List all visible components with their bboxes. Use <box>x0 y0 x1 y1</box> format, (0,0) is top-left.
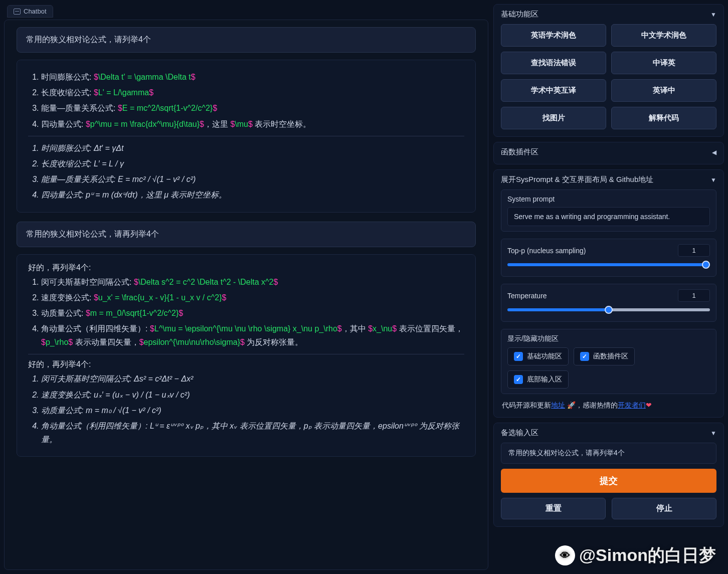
latex-code: u_x' = \frac{u_x - v}{1 - u_x v / c^2} <box>98 293 222 302</box>
fn-zh-to-en[interactable]: 中译英 <box>611 52 716 74</box>
temperature-slider[interactable] <box>507 308 710 311</box>
bot-intro: 好的，再列举4个: <box>28 359 464 370</box>
credit-text: ，感谢热情的 <box>576 401 618 409</box>
toggle-label: 函数插件区 <box>593 352 628 361</box>
bot-message: 好的，再列举4个: 闵可夫斯基时空间隔公式: $\Delta s^2 = c^2… <box>17 254 476 457</box>
formula-mid: ，其中 <box>342 324 368 333</box>
chevron-left-icon: ◀ <box>712 149 716 156</box>
reset-button[interactable]: 重置 <box>501 498 606 519</box>
latex-code: p_\rho <box>46 338 68 346</box>
toggle-bottom-input-area[interactable]: ✓底部输入区 <box>507 370 569 389</box>
rendered-formula: 能量—质量关系公式: E = mc² / √(1 − v² / c²) <box>41 172 464 186</box>
panel-title: 展开SysPrompt & 交互界面布局 & Github地址 <box>501 175 653 184</box>
bot-intro: 好的，再列举4个: <box>28 263 464 273</box>
latex-code: E = mc^2/\sqrt{1-v^2/c^2} <box>122 104 213 112</box>
fn-find-image[interactable]: 找图片 <box>501 107 606 129</box>
fn-grammar-check[interactable]: 查找语法错误 <box>501 52 606 74</box>
latex-code: \Delta t' = \gamma \Delta t <box>98 73 191 81</box>
latex-delim: $ <box>94 88 98 97</box>
credit-text: 代码开源和更新 <box>502 401 551 409</box>
fn-explain-code[interactable]: 解释代码 <box>611 107 716 129</box>
latex-delim: $ <box>213 104 217 112</box>
formula-label: 四动量公式: <box>41 120 86 128</box>
alt-input-field[interactable] <box>501 443 716 464</box>
formula-label: 角动量公式（利用四维矢量）: <box>41 324 150 333</box>
fn-academic-translate[interactable]: 学术中英互译 <box>501 79 606 102</box>
latex-delim: $ <box>274 278 278 286</box>
latex-delim: $ <box>86 120 90 128</box>
chat-icon <box>14 9 21 15</box>
latex-code: L^\mu = \epsilon^{\mu \nu \rho \sigma} x… <box>154 324 337 333</box>
latex-code: \mu <box>235 120 248 128</box>
temperature-label: Temperature <box>507 292 547 300</box>
toggle-basic-area[interactable]: ✓基础功能区 <box>507 347 569 365</box>
user-message: 常用的狭义相对论公式，请列举4个 <box>17 27 476 53</box>
check-icon: ✓ <box>580 352 589 361</box>
divider <box>28 136 464 136</box>
latex-delim: $ <box>178 309 183 317</box>
latex-delim: $ <box>240 338 245 346</box>
bot-message: 时间膨胀公式: $\Delta t' = \gamma \Delta t$ 长度… <box>17 60 476 213</box>
topp-label: Top-p (nucleus sampling) <box>507 247 586 255</box>
latex-code: epsilon^{\mu\nu\rho\sigma} <box>144 338 241 346</box>
latex-delim: $ <box>94 293 98 302</box>
rendered-formula: 速度变换公式: uₓ′ = (uₓ − v) / (1 − uₓv / c²) <box>41 388 464 402</box>
check-icon: ✓ <box>514 375 523 384</box>
visibility-toggles-block: 显示/隐藏功能区 ✓基础功能区 ✓函数插件区 ✓底部输入区 <box>501 329 716 394</box>
chat-area[interactable]: 常用的狭义相对论公式，请列举4个 时间膨胀公式: $\Delta t' = \g… <box>4 20 488 570</box>
toggles-title: 显示/隐藏功能区 <box>507 334 710 343</box>
heart-icon: ❤ <box>646 401 652 409</box>
user-message: 常用的狭义相对论公式，请再列举4个 <box>17 222 476 247</box>
formula-label: 动质量公式: <box>41 309 86 317</box>
panel-sysprompt-layout: 展开SysPrompt & 交互界面布局 & Github地址 ▼ System… <box>493 169 724 418</box>
latex-delim: $ <box>337 324 342 333</box>
rendered-formula: 长度收缩公式: L′ = L / γ <box>41 157 464 170</box>
panel-header-basic[interactable]: 基础功能区 ▼ <box>501 10 716 19</box>
divider <box>28 354 464 354</box>
latex-delim: $ <box>118 104 122 112</box>
system-prompt-label: System prompt <box>507 195 710 203</box>
formula-suffix: ，这里 <box>204 120 230 128</box>
chevron-down-icon: ▼ <box>710 11 716 18</box>
formula-label: 长度收缩公式: <box>41 88 94 97</box>
latex-delim: $ <box>149 88 153 97</box>
temperature-block: Temperature <box>501 284 716 322</box>
stop-button[interactable]: 停止 <box>612 498 716 519</box>
panel-alt-input: 备选输入区 ▼ 提交 重置 停止 <box>493 423 724 527</box>
panel-header-alt-input[interactable]: 备选输入区 ▼ <box>501 428 716 438</box>
tab-label: Chatbot <box>24 8 47 15</box>
fn-english-polish[interactable]: 英语学术润色 <box>501 24 606 47</box>
check-icon: ✓ <box>514 352 523 361</box>
latex-delim: $ <box>368 324 373 333</box>
latex-delim: $ <box>139 338 144 346</box>
latex-delim: $ <box>222 293 227 302</box>
latex-delim: $ <box>191 73 196 81</box>
toggle-plugin-area[interactable]: ✓函数插件区 <box>574 347 635 365</box>
latex-delim: $ <box>248 120 253 128</box>
panel-header-sysprompt[interactable]: 展开SysPrompt & 交互界面布局 & Github地址 ▼ <box>501 175 716 184</box>
topp-value-input[interactable] <box>678 244 710 257</box>
formula-label: 闵可夫斯基时空间隔公式: <box>41 278 134 286</box>
temperature-value-input[interactable] <box>678 289 710 302</box>
fn-chinese-polish[interactable]: 中文学术润色 <box>611 24 716 47</box>
devs-link[interactable]: 开发者们 <box>618 401 646 409</box>
latex-code: \Delta s^2 = c^2 \Delta t^2 - \Delta x^2 <box>138 278 274 286</box>
panel-header-plugins[interactable]: 函数插件区 ◀ <box>501 147 716 157</box>
chevron-down-icon: ▼ <box>710 176 716 183</box>
repo-link[interactable]: 地址 <box>551 401 565 409</box>
panel-function-plugins: 函数插件区 ◀ <box>493 142 724 164</box>
latex-delim: $ <box>68 338 73 346</box>
formula-suffix: 表示时空坐标。 <box>253 120 311 128</box>
formula-label: 时间膨胀公式: <box>41 73 94 81</box>
fn-en-to-zh[interactable]: 英译中 <box>611 79 716 102</box>
topp-slider[interactable] <box>507 263 710 266</box>
latex-delim: $ <box>94 73 98 81</box>
submit-button[interactable]: 提交 <box>501 469 716 493</box>
latex-delim: $ <box>150 324 154 333</box>
rocket-icon: 🚀 <box>565 401 576 409</box>
rendered-formula: 动质量公式: m = m₀ / √(1 − v² / c²) <box>41 404 464 417</box>
system-prompt-input[interactable]: Serve me as a writing and programming as… <box>507 207 710 226</box>
latex-delim: $ <box>41 338 46 346</box>
tab-chatbot[interactable]: Chatbot <box>7 5 53 18</box>
rendered-formula: 四动量公式: pᵘ = m (dxᵘ/dτ)，这里 μ 表示时空坐标。 <box>41 188 464 202</box>
